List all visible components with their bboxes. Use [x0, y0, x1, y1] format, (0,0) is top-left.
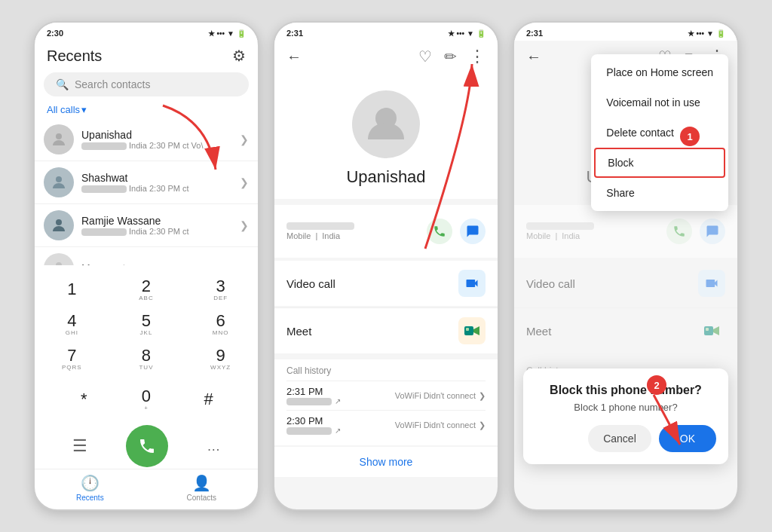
contact-info-upanishad: Upanishad India 2:30 PM ct Vo\ [81, 129, 232, 150]
dialog-title: Block this phone number? [535, 384, 716, 397]
meet-icon-box[interactable] [458, 317, 486, 344]
chevron-right-icon-call2: ❯ [479, 420, 486, 430]
detail-label: Mobile | India [286, 231, 354, 240]
status-bar-1: 2:30 ★ ••• ▼ 🔋 [35, 23, 258, 41]
key-6[interactable]: 6MNO [194, 307, 248, 341]
signal-icon-2: ••• [457, 29, 465, 38]
hero-contact-name: Upanishad [346, 167, 425, 187]
contact-item-ramjie[interactable]: Ramjie Wassane India 2:30 PM ct ❯ [35, 204, 258, 247]
all-calls-row[interactable]: All calls ▾ [35, 101, 258, 118]
wifi-icon-3: ▼ [706, 29, 714, 38]
edit-icon[interactable]: ✏ [444, 47, 457, 66]
chevron-right-icon-2: ❯ [240, 176, 249, 188]
video-call-icon-box-3 [698, 270, 725, 297]
all-calls-label: All calls [47, 104, 80, 115]
recents-header: Recents ⚙ [35, 41, 258, 68]
contact-name-upanishad: Upanishad [81, 129, 232, 141]
dialpad-row-1: 1 2ABC 3DEF [35, 273, 258, 306]
settings-icon[interactable]: ⚙ [232, 47, 246, 65]
detail-section-3: Mobile | India [514, 205, 737, 258]
key-hash[interactable]: # [182, 383, 236, 416]
detail-left: Mobile | India [286, 222, 354, 240]
favorite-icon[interactable]: ♡ [418, 47, 432, 66]
key-3[interactable]: 3DEF [194, 273, 248, 306]
dialpad-actions: ☰ … [35, 422, 258, 469]
contacts-icon: 👤 [192, 474, 211, 492]
chevron-right-icon-call1: ❯ [479, 391, 486, 401]
ok-button[interactable]: OK [659, 425, 716, 452]
search-placeholder: Search contacts [75, 78, 150, 90]
svg-rect-8 [466, 328, 469, 331]
key-4[interactable]: 4GHI [44, 307, 99, 341]
bluetooth-icon: ★ [208, 29, 215, 38]
nav-contacts[interactable]: 👤 Contacts [187, 474, 216, 502]
wifi-icon: ▼ [227, 29, 234, 38]
detail-row-3: Mobile | India [526, 214, 725, 249]
contact-list: Upanishad India 2:30 PM ct Vo\ ❯ Shashwa… [35, 118, 258, 265]
chevron-right-icon-3: ❯ [240, 219, 249, 231]
key-5[interactable]: 5JKL [119, 307, 173, 341]
dialpad: 1 2ABC 3DEF 4GHI 5JKL 6MNO 7PQRS 8TUV 9W… [35, 265, 258, 422]
key-0[interactable]: 0+ [119, 383, 173, 416]
sms-btn[interactable] [460, 219, 486, 244]
svg-point-0 [56, 133, 62, 139]
screen3-phone: 2:31 ★ ••• ▼ 🔋 ← ♡ ✏ ⋮ Upanishad [513, 21, 739, 511]
screen2-actions: ♡ ✏ ⋮ [418, 47, 486, 66]
svg-point-2 [56, 219, 62, 225]
nav-recents[interactable]: 🕛 Recents [76, 474, 104, 502]
contact-sub-upanishad: India 2:30 PM ct Vo\ [81, 141, 232, 150]
dialog-subtitle: Block 1 phone number? [535, 402, 716, 413]
contact-item-shashwat[interactable]: Shashwat India 2:30 PM ct ❯ [35, 161, 258, 204]
status-time-2: 2:31 [286, 29, 303, 38]
key-7[interactable]: 7PQRS [44, 342, 99, 375]
meet-icon-box-3 [698, 317, 725, 344]
battery-icon-3: 🔋 [716, 29, 725, 38]
menu-block[interactable]: Block [594, 148, 725, 178]
key-star[interactable]: * [57, 383, 111, 416]
phone-call-btn[interactable] [427, 219, 452, 244]
dropdown-menu: Place on Home screen Voicemail not in us… [591, 54, 728, 211]
contact-sub-ramjie: India 2:30 PM ct [81, 227, 232, 236]
menu-icon[interactable]: ☰ [72, 436, 87, 456]
contact-info-shashwat: Shashwat India 2:30 PM ct [81, 172, 232, 193]
detail-actions-3 [666, 219, 725, 244]
more-icon[interactable]: ⋮ [469, 47, 486, 66]
avatar-ramjie [44, 210, 74, 240]
key-9[interactable]: 9WXYZ [194, 342, 248, 375]
svg-marker-7 [473, 326, 479, 335]
contact-name-ramjie: Ramjie Wassane [81, 215, 232, 227]
back-icon[interactable]: ← [286, 48, 302, 66]
nav-recents-label: Recents [76, 494, 104, 502]
svg-point-3 [56, 262, 62, 265]
menu-voicemail[interactable]: Voicemail not in use [591, 87, 728, 118]
show-more[interactable]: Show more [274, 447, 498, 477]
menu-delete[interactable]: Delete contact [591, 118, 728, 148]
key-1[interactable]: 1 [44, 273, 99, 306]
call-history-section: Call history 2:31 PM ↗ VoWiFi Didn't con… [274, 359, 498, 445]
status-icons-3: ★ ••• ▼ 🔋 [688, 29, 725, 38]
screen2-topbar: ← ♡ ✏ ⋮ [274, 41, 498, 72]
menu-place-home[interactable]: Place on Home screen [591, 57, 728, 87]
contact-sub-shashwat: India 2:30 PM ct [81, 184, 232, 193]
back-icon-3[interactable]: ← [526, 48, 541, 66]
chevron-right-icon: ❯ [240, 133, 249, 145]
keypad-icon[interactable]: … [207, 439, 220, 454]
dropdown-arrow-icon: ▾ [81, 104, 87, 115]
menu-share[interactable]: Share [591, 178, 728, 208]
contact-item-upanishad[interactable]: Upanishad India 2:30 PM ct Vo\ ❯ [35, 118, 258, 161]
cancel-button[interactable]: Cancel [588, 425, 651, 452]
nav-contacts-label: Contacts [187, 494, 216, 502]
search-bar[interactable]: 🔍 Search contacts [44, 72, 249, 96]
svg-rect-6 [464, 326, 473, 335]
contact-item-manmeet[interactable]: Manmeet [35, 247, 258, 265]
status-bar-2: 2:31 ★ ••• ▼ 🔋 [274, 23, 498, 41]
call-button[interactable] [126, 425, 168, 467]
key-2[interactable]: 2ABC [119, 273, 173, 306]
block-dialog: Block this phone number? Block 1 phone n… [523, 368, 728, 464]
meet-row: Meet [274, 307, 498, 353]
call-history-title: Call history [286, 365, 486, 381]
video-call-icon-box[interactable] [458, 270, 486, 297]
status-bar-3: 2:31 ★ ••• ▼ 🔋 [514, 23, 737, 41]
key-8[interactable]: 8TUV [119, 342, 173, 375]
meet-row-3: Meet [514, 307, 737, 353]
